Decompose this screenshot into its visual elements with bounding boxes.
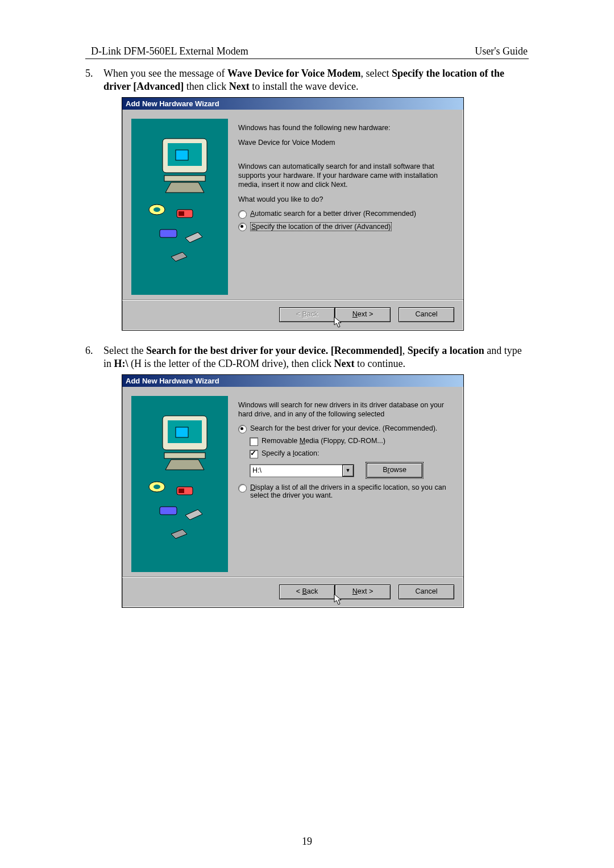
svg-rect-14	[164, 453, 205, 458]
wiz2-check-location[interactable]: Specify a location:	[250, 449, 452, 458]
wiz2-radio-display-list[interactable]: Display a list of all the drivers in a s…	[238, 483, 452, 499]
location-combo[interactable]: H:\ ▼	[250, 464, 354, 477]
wizard-1-titlebar: Add New Hardware Wizard	[122, 98, 463, 110]
svg-rect-8	[179, 211, 184, 216]
cancel-button[interactable]: Cancel	[399, 307, 454, 322]
svg-rect-18	[179, 489, 184, 493]
header-right: User's Guide	[475, 45, 528, 57]
wiz2-radio-search[interactable]: Search for the best driver for your devi…	[238, 424, 452, 433]
page-header: D-Link DFM-560EL External Modem User's G…	[85, 45, 529, 59]
wiz1-radio-automatic[interactable]: Automatic search for a better driver (Re…	[238, 210, 452, 219]
back-button[interactable]: < Back	[279, 585, 335, 599]
wizard-2-illustration	[131, 396, 228, 572]
radio-icon	[238, 223, 247, 231]
wiz2-intro: Windows will search for new drivers in i…	[238, 400, 452, 419]
step-6-text: Select the Search for the best driver fo…	[103, 344, 529, 370]
svg-rect-9	[160, 229, 177, 237]
step-5: 5. When you see the message of Wave Devi…	[85, 67, 529, 93]
browse-button[interactable]: Browse	[367, 463, 422, 478]
wiz1-button-row: < Back Next > Cancel	[122, 304, 463, 330]
back-button: < Back	[279, 307, 335, 322]
checkbox-icon	[250, 450, 258, 458]
radio-icon	[238, 484, 247, 493]
svg-rect-3	[176, 150, 188, 160]
step-6: 6. Select the Search for the best driver…	[85, 344, 529, 370]
wiz1-device-name: Wave Device for Voice Modem	[238, 138, 452, 147]
wiz1-radio-specify[interactable]: Specify the location of the driver (Adva…	[238, 222, 452, 231]
wiz2-button-row: < Back Next > Cancel	[122, 581, 463, 607]
svg-rect-4	[164, 176, 205, 181]
step-6-number: 6.	[85, 344, 103, 370]
radio-icon	[238, 425, 247, 433]
step-5-number: 5.	[85, 67, 103, 93]
wizard-2: Add New Hardware Wizard	[122, 374, 464, 608]
next-button[interactable]: Next >	[335, 307, 391, 322]
wizard-1-illustration	[131, 119, 228, 295]
dropdown-arrow-icon[interactable]: ▼	[342, 465, 354, 477]
radio-icon	[238, 210, 247, 219]
wiz1-auto-text: Windows can automatically search for and…	[238, 162, 452, 189]
svg-rect-19	[160, 507, 177, 515]
svg-point-16	[154, 485, 160, 489]
next-button[interactable]: Next >	[335, 585, 391, 599]
wiz2-check-removable[interactable]: Removable Media (Floppy, CD-ROM...)	[250, 437, 452, 446]
header-left: D-Link DFM-560EL External Modem	[86, 45, 248, 57]
svg-rect-13	[176, 427, 188, 437]
page-number: 19	[0, 836, 614, 848]
checkbox-icon	[250, 437, 258, 446]
wiz1-question: What would you like to do?	[238, 195, 452, 204]
location-input[interactable]: H:\	[250, 466, 342, 474]
wizard-2-titlebar: Add New Hardware Wizard	[122, 375, 463, 387]
step-5-text: When you see the message of Wave Device …	[103, 67, 529, 93]
cancel-button[interactable]: Cancel	[399, 585, 454, 599]
svg-point-6	[154, 207, 160, 212]
wiz1-found-text: Windows has found the following new hard…	[238, 123, 452, 132]
wizard-1: Add New Hardware Wizard	[122, 97, 464, 331]
